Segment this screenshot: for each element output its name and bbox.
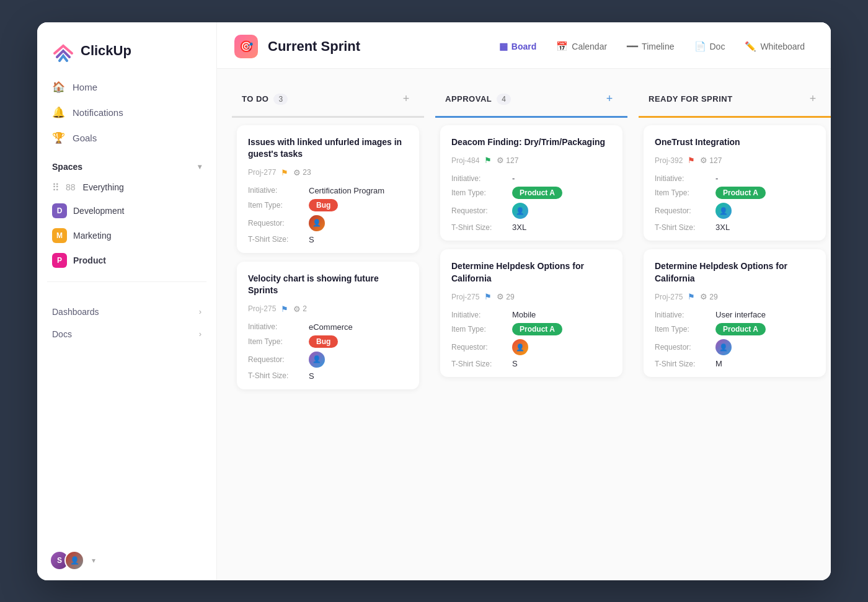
card-id-c2: Proj-275 [248,304,276,313]
header-top: 🎯 Current Sprint ▦ Board 📅 Calendar ━━ T… [234,35,813,58]
card-title-c5: OneTrust Integration [655,136,815,149]
card-meta-c5: Proj-392 ⚑ 127 [655,156,815,165]
card-fields-c1: Initiative: Certification Program Item T… [248,186,408,244]
tab-doc[interactable]: 📄 Doc [686,36,734,57]
sidebar-item-dashboards[interactable]: Dashboards › [45,301,209,323]
grid-icon: ⠿ [52,182,60,193]
flag-yellow-icon: ⚑ [281,168,288,177]
tab-calendar[interactable]: 📅 Calendar [547,36,616,57]
app-name: ClickUp [81,43,131,59]
card-meta-c3: Proj-484 ⚑ 127 [451,156,611,165]
requestor-avatar-c5: 👤 [715,203,732,219]
add-approval-button[interactable]: + [601,91,618,107]
column-header-approval: APPROVAL 4 + [435,84,627,118]
tab-timeline[interactable]: ━━ Timeline [618,36,683,57]
card-field-initiative: Initiative: Certification Program [248,186,408,195]
sidebar-item-goals[interactable]: 🏆 Goals [45,125,209,151]
column-header-ready: READY FOR SPRINT + [639,84,831,118]
sidebar-item-marketing[interactable]: M Marketing [45,223,209,248]
chevron-down-icon: ▾ [198,162,202,171]
everything-label: Everything [83,182,124,192]
requestor-avatar-c2: 👤 [309,352,325,368]
card-field-size: T-Shirt Size: S [248,235,408,244]
card-meta-c1: Proj-277 ⚑ 23 [248,168,408,177]
sprint-icon: 🎯 [234,35,258,58]
column-title-todo: TO DO [242,94,268,104]
home-icon: 🏠 [52,81,65,94]
dashboards-label: Dashboards [52,307,99,317]
calendar-icon: 📅 [556,41,568,52]
card-c6[interactable]: Determine Helpdesk Options for Californi… [644,249,826,377]
marketing-label: Marketing [73,231,111,241]
doc-icon: 📄 [694,41,706,52]
sidebar-item-docs[interactable]: Docs › [45,323,209,345]
flag-blue-icon-2: ⚑ [484,292,492,301]
add-todo-button[interactable]: + [398,91,414,107]
development-space-icon: D [52,203,67,218]
everything-count: 88 [66,182,76,192]
whiteboard-icon: ✏️ [745,41,756,52]
ready-cards: OneTrust Integration Proj-392 ⚑ 127 Init… [639,118,831,565]
bell-icon: 🔔 [52,106,65,119]
app-container: ClickUp 🏠 Home 🔔 Notifications 🏆 Goals S… [37,22,831,580]
card-field-requestor: Requestor: 👤 [248,215,408,231]
approval-cards: Deacom Finding: Dry/Trim/Packaging Proj-… [435,118,627,565]
main-header: 🎯 Current Sprint ▦ Board 📅 Calendar ━━ T… [217,22,831,69]
card-c2[interactable]: Velocity chart is showing future Sprints… [237,262,419,389]
chevron-right-icon: › [199,307,202,316]
card-meta-c6: Proj-275 ⚑ 29 [655,292,815,301]
marketing-space-icon: M [52,228,67,243]
tab-board[interactable]: ▦ Board [490,36,545,57]
card-fields-c2: Initiative: eCommerce Item Type: Bug Req… [248,322,408,381]
card-id-c1: Proj-277 [248,168,276,177]
column-approval: APPROVAL 4 + Deacom Finding: Dry/Trim/Pa… [435,84,627,565]
product-label: Product [73,255,106,265]
requestor-avatar-c3: 👤 [512,203,528,219]
home-label: Home [73,82,97,92]
card-c5[interactable]: OneTrust Integration Proj-392 ⚑ 127 Init… [644,125,826,241]
card-title-c2: Velocity chart is showing future Sprints [248,273,408,297]
board-area: TO DO 3 + Issues with linked unfurled im… [217,69,831,580]
sidebar-item-home[interactable]: 🏠 Home [45,74,209,100]
column-title-approval: APPROVAL [445,94,492,104]
chevron-right-icon-2: › [199,329,202,339]
sidebar-item-everything[interactable]: ⠿ 88 Everything [45,177,209,198]
card-title-c1: Issues with linked unfurled images in gu… [248,136,408,161]
sidebar-item-development[interactable]: D Development [45,198,209,223]
footer-chevron-icon[interactable]: ▾ [92,556,95,565]
clickup-logo-icon [52,40,74,62]
size-value: S [309,235,314,244]
docs-label: Docs [52,329,72,339]
todo-count: 3 [273,94,288,105]
card-c1[interactable]: Issues with linked unfurled images in gu… [237,125,419,253]
card-field-itemtype: Item Type: Bug [248,199,408,211]
initiative-value: Certification Program [309,186,384,195]
card-meta-c2: Proj-275 ⚑ 2 [248,304,408,314]
card-c4[interactable]: Determine Helpdesk Options for Californi… [440,249,622,377]
development-label: Development [73,206,125,216]
bug-badge: Bug [309,199,338,211]
sprint-title: Current Sprint [268,38,360,55]
product-space-icon: P [52,253,67,268]
card-c3[interactable]: Deacom Finding: Dry/Trim/Packaging Proj-… [440,125,622,241]
sidebar-item-notifications[interactable]: 🔔 Notifications [45,100,209,125]
sidebar-item-product[interactable]: P Product [45,248,209,273]
avatar-stack: S 👤 [50,551,84,570]
requestor-avatar-c4: 👤 [512,339,528,355]
trophy-icon: 🏆 [52,131,65,144]
add-ready-button[interactable]: + [805,91,821,107]
board-icon: ▦ [499,41,508,52]
approval-count: 4 [497,94,511,105]
card-title-c3: Deacom Finding: Dry/Trim/Packaging [451,136,611,149]
todo-cards: Issues with linked unfurled images in gu… [232,118,424,565]
timeline-icon: ━━ [627,41,638,52]
requestor-avatar-c6: 👤 [715,339,732,355]
flag-green-icon: ⚑ [484,156,492,165]
avatar-2: 👤 [64,551,84,570]
sidebar-bottom-nav: Dashboards › Docs › [37,291,216,355]
tab-whiteboard[interactable]: ✏️ Whiteboard [736,36,813,57]
goals-label: Goals [73,133,97,143]
sidebar-footer: S 👤 ▾ [37,541,216,580]
spaces-section: Spaces ▾ [37,151,216,177]
main-nav: 🏠 Home 🔔 Notifications 🏆 Goals [37,74,216,151]
